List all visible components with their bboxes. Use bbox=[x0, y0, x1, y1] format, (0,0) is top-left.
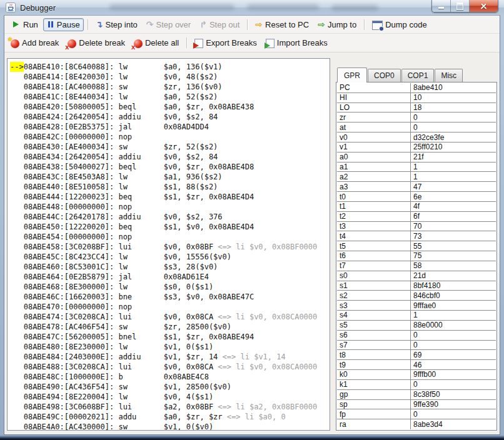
disasm-line[interactable]: 08ABE454:[00000000]: nop bbox=[10, 232, 330, 242]
disasm-line[interactable]: 08ABE460:[8C53001C]: lw $s3, 28($v0) bbox=[10, 262, 330, 272]
minimize-button[interactable] bbox=[432, 0, 451, 12]
titlebar[interactable]: Debugger bbox=[0, 0, 504, 15]
disasm-line[interactable]: -->08ABE410:[8C640088]: lw $a0, 136($v1) bbox=[10, 62, 330, 72]
disasm-line[interactable]: 08ABE438:[50400027]: beql $v0, $zr, 0x08… bbox=[10, 162, 330, 172]
disasm-line[interactable]: 08ABE4A0:[AC430000]: sw $v1, 0($v0) bbox=[10, 422, 330, 431]
disasm-line[interactable]: 08ABE450:[12220020]: beq $s1, $v0, 0x08A… bbox=[10, 222, 330, 232]
disasm-line[interactable]: 08ABE48C:[1000000E]: b 0x08ABE4C8 bbox=[10, 372, 330, 382]
disasm-line[interactable]: 08ABE428:[0E2B5375]: jal 0x08AD4DD4 bbox=[10, 122, 330, 132]
disasm-line[interactable]: 08ABE424:[26420054]: addiu $v0, $s2, 84 bbox=[10, 112, 330, 122]
register-value[interactable]: 58 bbox=[411, 261, 496, 271]
register-value[interactable]: 4f bbox=[411, 202, 496, 211]
disasm-line[interactable]: 08ABE420:[50800005]: beql $a0, $zr, 0x08… bbox=[10, 102, 330, 112]
dump-code-button[interactable]: Dump code bbox=[368, 18, 430, 31]
disasm-line[interactable]: 08ABE480:[8E230000]: lw $v1, 0($s1) bbox=[10, 342, 330, 352]
register-value[interactable]: 1 bbox=[411, 172, 496, 181]
register-value[interactable]: 55 bbox=[411, 241, 496, 251]
disasm-line[interactable]: 08ABE49C:[00002021]: addu $a0, $zr, $zr … bbox=[10, 412, 330, 422]
register-value[interactable]: 18 bbox=[411, 103, 496, 112]
register-row: gp8c38f50 bbox=[337, 390, 496, 400]
register-value[interactable]: 69 bbox=[411, 350, 496, 359]
register-value[interactable]: 0 bbox=[411, 331, 496, 340]
register-value[interactable]: 8abe3d4 bbox=[411, 419, 496, 429]
register-value[interactable]: 0 bbox=[411, 409, 496, 419]
register-name: PC bbox=[337, 83, 411, 92]
disasm-line[interactable]: 08ABE430:[AE400034]: sw $zr, 52($s2) bbox=[10, 142, 330, 152]
import-breaks-button[interactable]: Import Breaks bbox=[262, 36, 331, 49]
pause-button[interactable]: Pause bbox=[43, 18, 84, 31]
export-breaks-button[interactable]: Export Breaks bbox=[191, 36, 261, 49]
jump-to-button[interactable]: ⇨Jump to bbox=[314, 18, 360, 31]
add-break-button[interactable]: Add break bbox=[7, 36, 63, 49]
register-value[interactable]: 46 bbox=[411, 360, 496, 369]
register-value[interactable]: 47 bbox=[411, 182, 496, 191]
tab-misc[interactable]: Misc bbox=[435, 69, 463, 82]
register-tabs: GPRCOP0COP1Misc bbox=[336, 67, 497, 82]
disassembly-panel[interactable]: -->08ABE410:[8C640088]: lw $a0, 136($v1)… bbox=[7, 58, 330, 431]
register-value[interactable]: 8abe410 bbox=[411, 83, 496, 92]
register-value[interactable]: 9fffae0 bbox=[411, 301, 496, 310]
register-value[interactable]: 73 bbox=[411, 231, 496, 241]
disasm-line[interactable]: 08ABE444:[12200023]: beq $s1, $zr, 0x08A… bbox=[10, 192, 330, 202]
disasm-instruction: 08ABE450:[12220020]: beq $s1, $v0, 0x08A… bbox=[24, 222, 254, 231]
register-value[interactable]: 70 bbox=[411, 222, 496, 231]
reset-to-pc-button[interactable]: ⇨Reset to PC bbox=[251, 18, 313, 31]
tab-gpr[interactable]: GPR bbox=[337, 68, 367, 82]
tab-cop1[interactable]: COP1 bbox=[401, 69, 435, 82]
register-value[interactable]: 6e bbox=[411, 192, 496, 201]
disasm-line[interactable]: 08ABE45C:[8C423CC4]: lw $v0, 15556($v0) bbox=[10, 252, 330, 262]
register-value[interactable]: 8c38f50 bbox=[411, 390, 496, 399]
register-value[interactable]: 9fffb00 bbox=[411, 370, 496, 379]
register-value[interactable]: 21f bbox=[411, 152, 496, 162]
disasm-line[interactable]: 08ABE414:[8E420030]: lw $v0, 48($s2) bbox=[10, 72, 330, 82]
register-value[interactable]: 1 bbox=[411, 311, 496, 320]
disasm-line[interactable]: 08ABE43C:[8E4503A8]: lw $a1, 936($s2) bbox=[10, 172, 330, 182]
register-value[interactable]: 846cbf0 bbox=[411, 291, 496, 300]
register-name: k0 bbox=[337, 370, 411, 379]
register-name: a0 bbox=[337, 152, 411, 162]
disasm-line[interactable]: 08ABE478:[AC406F54]: sw $zr, 28500($v0) bbox=[10, 322, 330, 332]
disasm-line[interactable]: 08ABE474:[3C0208CA]: lui $v0, 0x08CA <=>… bbox=[10, 312, 330, 322]
register-value[interactable]: 9ffe390 bbox=[411, 400, 496, 409]
register-value[interactable]: 0 bbox=[411, 380, 496, 389]
disasm-line[interactable]: 08ABE434:[26420054]: addiu $v0, $s2, 84 bbox=[10, 152, 330, 162]
disasm-line[interactable]: 08ABE488:[3C0208CA]: lui $v0, 0x08CA <=>… bbox=[10, 362, 330, 372]
disasm-line[interactable]: 08ABE46C:[16620003]: bne $s3, $v0, 0x08A… bbox=[10, 292, 330, 302]
register-value[interactable]: 1 bbox=[411, 162, 496, 172]
disasm-line[interactable]: 08ABE41C:[8E440034]: lw $a0, 52($s2) bbox=[10, 92, 330, 102]
disasm-line[interactable]: 08ABE47C:[56200005]: bnel $s1, $zr, 0x08… bbox=[10, 332, 330, 342]
register-value[interactable]: 0 bbox=[411, 341, 496, 350]
register-value[interactable]: 8bf4180 bbox=[411, 281, 496, 291]
step-into-button[interactable]: ↴Step into bbox=[92, 18, 141, 31]
register-value[interactable]: 6f bbox=[411, 212, 496, 221]
disasm-line[interactable]: 08ABE498:[3C0608BF]: lui $a2, 0x08BF <=>… bbox=[10, 402, 330, 412]
disasm-line[interactable]: 08ABE458:[3C0208BF]: lui $v0, 0x08BF <=>… bbox=[10, 242, 330, 252]
maximize-button[interactable] bbox=[451, 0, 470, 12]
register-value[interactable]: d32ce3fe bbox=[411, 132, 496, 142]
delete-all-button[interactable]: Delete all bbox=[130, 36, 183, 49]
disasm-line[interactable]: 08ABE470:[00000000]: nop bbox=[10, 302, 330, 312]
register-name: t3 bbox=[337, 222, 411, 231]
register-value[interactable]: 0 bbox=[411, 122, 496, 132]
run-button[interactable]: Run bbox=[7, 18, 42, 31]
delete-break-button[interactable]: Delete break bbox=[64, 36, 129, 49]
disasm-line[interactable]: 08ABE418:[AC400088]: sw $zr, 136($v0) bbox=[10, 82, 330, 92]
tab-cop0[interactable]: COP0 bbox=[368, 69, 401, 82]
disasm-line[interactable]: 08ABE490:[AC436F54]: sw $v1, 28500($v0) bbox=[10, 382, 330, 392]
disasm-line[interactable]: 08ABE484:[2403000E]: addiu $v1, $zr, 14 … bbox=[10, 352, 330, 362]
disasm-line[interactable]: 08ABE494:[8E220004]: lw $v0, 4($s1) bbox=[10, 392, 330, 402]
register-value[interactable]: 0 bbox=[411, 112, 496, 122]
marker-gutter bbox=[10, 372, 24, 382]
close-button[interactable] bbox=[470, 0, 498, 12]
disasm-line[interactable]: 08ABE464:[0E2B5879]: jal 0x08AD61E4 bbox=[10, 272, 330, 282]
disasm-line[interactable]: 08ABE440:[8E510058]: lw $s1, 88($s2) bbox=[10, 182, 330, 192]
disasm-line[interactable]: 08ABE468:[8E300000]: lw $s0, 0($s1) bbox=[10, 282, 330, 292]
register-value[interactable]: 88e0000 bbox=[411, 321, 496, 330]
register-value[interactable]: 10 bbox=[411, 93, 496, 102]
register-value[interactable]: 25ff0210 bbox=[411, 142, 496, 152]
disasm-line[interactable]: 08ABE448:[00000000]: nop bbox=[10, 202, 330, 212]
register-value[interactable]: 75 bbox=[411, 251, 496, 261]
disasm-line[interactable]: 08ABE42C:[00000000]: nop bbox=[10, 132, 330, 142]
disasm-line[interactable]: 08ABE44C:[26420178]: addiu $v0, $s2, 376 bbox=[10, 212, 330, 222]
register-value[interactable]: 21d bbox=[411, 271, 496, 281]
